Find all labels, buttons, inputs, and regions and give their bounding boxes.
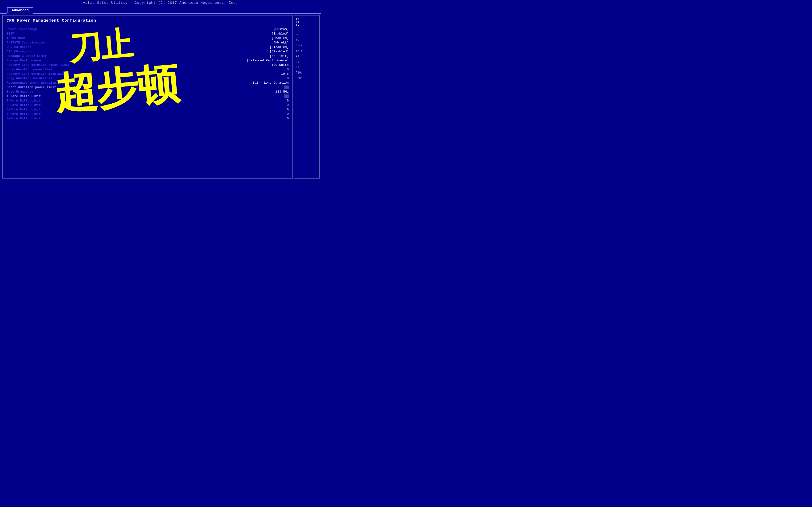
sidebar-title: ShWata xyxy=(296,17,318,27)
row-label: 5-Core Ratio Limit xyxy=(7,112,101,116)
row-value: 0 xyxy=(284,95,289,98)
sidebar-key-f10: F10: xyxy=(296,71,318,75)
row-value: [Balanced Performance] xyxy=(247,59,289,62)
row-label: 2-Core Ratio Limit xyxy=(7,99,101,102)
table-row[interactable]: Long duration power limit0 xyxy=(7,67,289,72)
sidebar-key-f1: F1: xyxy=(296,55,318,59)
sidebar-key-enter: Ente xyxy=(296,44,318,48)
row-label: Energy Performance xyxy=(7,59,101,62)
table-row[interactable]: P-STATE Coordination[HW_ALL] xyxy=(7,41,289,45)
row-value: 0 xyxy=(284,86,289,89)
sidebar-key-f9: F9: xyxy=(296,65,318,70)
row-value: 1.2 * Long Duration xyxy=(252,81,289,84)
row-label: CPU C6 report xyxy=(7,50,101,53)
sidebar-key-select: →←: xyxy=(296,33,318,37)
tab-bar: Advanced xyxy=(0,6,321,14)
row-label: 6-Core Ratio Limit xyxy=(7,117,101,120)
table-row[interactable]: Factory long duration maintained10 s xyxy=(7,72,289,76)
table-row[interactable]: Energy Performance[Balanced Performance] xyxy=(7,58,289,63)
table-row[interactable]: 1-Core Ratio Limit0 xyxy=(7,94,289,99)
table-row[interactable]: Factory long duration power limit130 Wat… xyxy=(7,63,289,67)
table-row[interactable]: 6-Core Ratio Limit0 xyxy=(7,116,289,121)
main-layout: CPU Power Management Configuration Power… xyxy=(0,14,321,180)
sidebar-key-f2: F2: xyxy=(296,60,318,64)
table-row[interactable]: 3-Core Ratio Limit0 xyxy=(7,103,289,107)
row-label: Power Technology xyxy=(7,27,101,31)
table-row[interactable]: CPU C3 Report[Disabled] xyxy=(7,45,289,49)
row-value: 0 xyxy=(287,112,289,116)
table-row[interactable]: CPU C6 report[Disabled] xyxy=(7,49,289,54)
row-value: 133 MHz xyxy=(275,90,289,94)
table-row[interactable]: EIST[Enabled] xyxy=(7,32,289,36)
row-label: Long duration maintained xyxy=(7,76,101,80)
sidebar-key-change: +/-: xyxy=(296,49,318,54)
table-row[interactable]: 4-Core Ratio Limit0 xyxy=(7,107,289,112)
row-label: Long duration power limit xyxy=(7,68,101,71)
row-value: 0 xyxy=(287,103,289,107)
row-label: Base Frequency xyxy=(7,90,101,94)
row-label: EIST xyxy=(7,32,101,36)
row-label: 1-Core Ratio Limit xyxy=(7,95,101,98)
content-panel: CPU Power Management Configuration Power… xyxy=(2,15,293,178)
table-row[interactable]: 2-Core Ratio Limit0 xyxy=(7,99,289,103)
row-label: 4-Core Ratio Limit xyxy=(7,108,101,111)
table-row[interactable]: Short duration power limit0 xyxy=(7,85,289,90)
table-row[interactable]: Power Technology[Custom] xyxy=(7,27,289,32)
row-value: [Disabled] xyxy=(270,50,289,53)
row-value: [No Limit] xyxy=(270,54,289,58)
title-text: Aptio Setup Utility - Copyright (C) 2017… xyxy=(83,1,238,5)
row-value: 0 xyxy=(287,117,289,120)
row-label: Package C State Limit xyxy=(7,54,101,58)
row-label: CPU C3 Report xyxy=(7,45,101,49)
row-value: 10 s xyxy=(281,72,289,76)
row-label: Factory long duration maintained xyxy=(7,72,101,76)
row-label: Turbo Mode xyxy=(7,37,101,40)
row-value: [Enabled] xyxy=(271,37,289,40)
table-row[interactable]: Turbo Mode[Enabled] xyxy=(7,36,289,41)
panel-title: CPU Power Management Configuration xyxy=(7,18,289,23)
row-label: Recommended short duration power l xyxy=(7,81,101,84)
tab-advanced[interactable]: Advanced xyxy=(7,7,33,14)
table-row[interactable]: Recommended short duration power l1.2 * … xyxy=(7,80,289,85)
row-value: [Custom] xyxy=(273,27,289,31)
row-value: [Enabled] xyxy=(271,32,289,36)
row-value: 0 xyxy=(287,108,289,111)
bios-settings-table: Power Technology[Custom]EIST[Enabled]Tur… xyxy=(7,27,289,121)
row-label: Factory long duration power limit xyxy=(7,63,101,67)
row-label: P-STATE Coordination xyxy=(7,41,101,44)
sidebar-key-navigate: ↑↓: xyxy=(296,38,318,43)
table-row[interactable]: 5-Core Ratio Limit0 xyxy=(7,112,289,116)
row-value: 0 xyxy=(287,68,289,71)
table-row[interactable]: Base Frequency133 MHz xyxy=(7,90,289,94)
row-label: Short duration power limit xyxy=(7,86,101,89)
row-value: [Disabled] xyxy=(270,45,289,49)
sidebar-key-esc: ESC: xyxy=(296,76,318,81)
right-sidebar: ShWata →←: ↑↓: Ente +/-: F1: F2: F9: F10… xyxy=(294,15,320,178)
row-label: 3-Core Ratio Limit xyxy=(7,103,101,107)
title-bar: Aptio Setup Utility - Copyright (C) 2017… xyxy=(0,0,321,6)
row-value: 0 xyxy=(287,76,289,80)
table-row[interactable]: Package C State Limit[No Limit] xyxy=(7,54,289,58)
row-value: [HW_ALL] xyxy=(273,41,289,44)
row-value: 130 Watts xyxy=(271,63,289,67)
table-row[interactable]: Long duration maintained0 xyxy=(7,76,289,80)
row-value: 0 xyxy=(287,99,289,102)
